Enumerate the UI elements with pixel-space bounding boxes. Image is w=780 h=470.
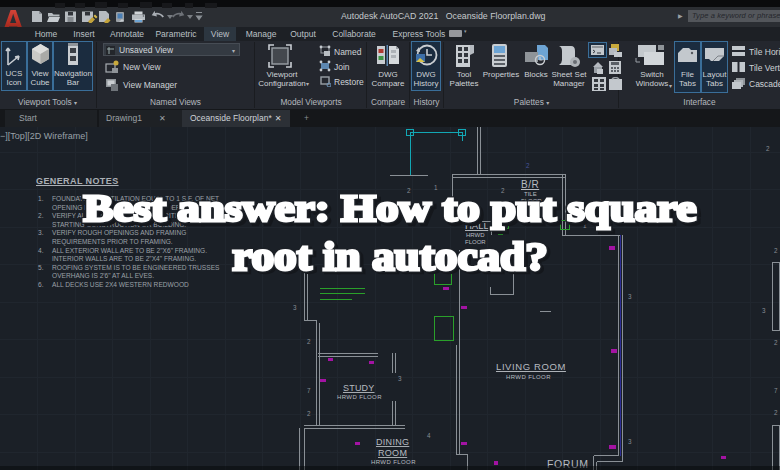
svg-text:STUDY: STUDY [343,383,375,393]
svg-text:2: 2 [766,145,770,152]
svg-text:3: 3 [628,438,632,445]
svg-text:LIVING ROOM: LIVING ROOM [496,361,566,372]
svg-text:4: 4 [427,432,431,439]
svg-text:7: 7 [774,387,778,394]
svg-text:2: 2 [307,338,311,345]
svg-text:HRWD FLOOR: HRWD FLOOR [506,374,551,380]
svg-text:2: 2 [307,410,311,417]
svg-text:ROOM: ROOM [378,448,407,458]
svg-text:2: 2 [774,339,778,346]
svg-text:DINING: DINING [376,437,409,447]
svg-text:HRWD FLOOR: HRWD FLOOR [337,394,382,400]
svg-text:2: 2 [774,409,778,416]
svg-text:2: 2 [526,162,530,169]
svg-text:3: 3 [398,375,402,382]
svg-text:3: 3 [628,293,632,300]
svg-text:HRWD FLOOR: HRWD FLOOR [371,459,416,465]
svg-text:3: 3 [762,307,766,314]
svg-text:7: 7 [307,387,311,394]
svg-text:3: 3 [293,304,297,311]
